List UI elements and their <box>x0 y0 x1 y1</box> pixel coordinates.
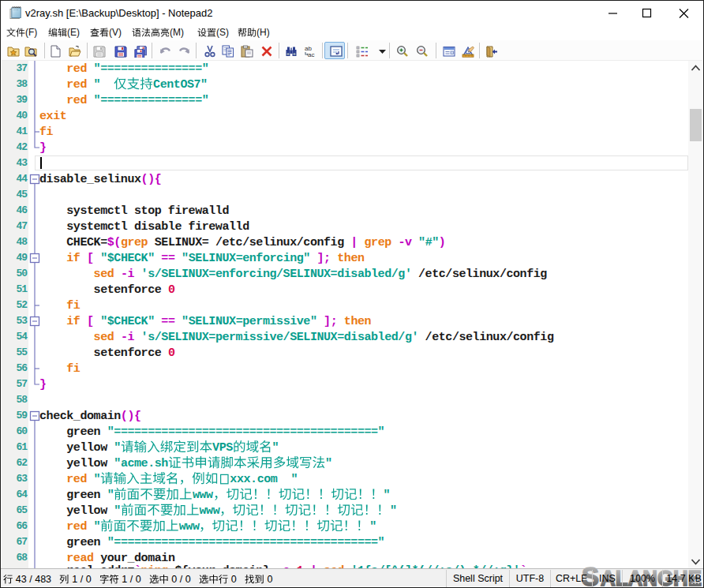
svg-text:ac: ac <box>308 51 314 58</box>
